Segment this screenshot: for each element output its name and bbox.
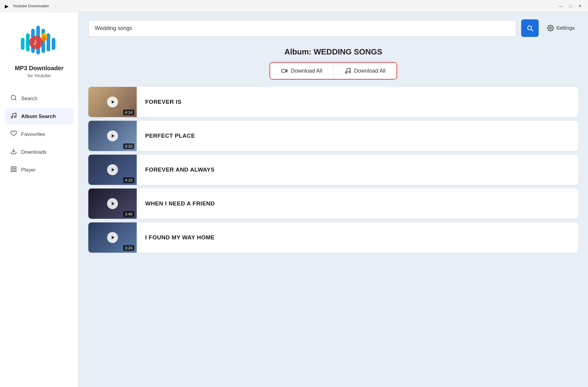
search-btn-icon bbox=[526, 24, 534, 32]
download-all-video-button[interactable]: Download All bbox=[270, 63, 333, 79]
play-icon-1 bbox=[111, 100, 116, 104]
svg-marker-25 bbox=[112, 100, 114, 104]
svg-rect-19 bbox=[11, 170, 13, 172]
duration-badge-4: 3:46 bbox=[123, 211, 134, 217]
duration-badge-1: 4:14 bbox=[123, 110, 134, 115]
app-icon: ▶ bbox=[5, 3, 10, 9]
search-bar-area: Settings bbox=[79, 12, 588, 43]
nav-menu: Search Album Search Favourites Downloads bbox=[0, 90, 78, 178]
sidebar-item-downloads-label: Downloads bbox=[21, 149, 47, 155]
play-icon-2 bbox=[111, 133, 116, 138]
play-icon-3 bbox=[111, 167, 116, 172]
search-input-wrap bbox=[88, 20, 516, 37]
svg-rect-6 bbox=[52, 38, 55, 50]
song-item-3: 4:10 FOREVER AND ALWAYS bbox=[88, 155, 578, 185]
song-thumbnail-3: 4:10 bbox=[88, 155, 137, 185]
main-content: Settings Album: WEDDING SONGS Download A… bbox=[79, 12, 588, 387]
svg-marker-29 bbox=[112, 236, 114, 239]
svg-rect-17 bbox=[14, 167, 16, 169]
svg-point-24 bbox=[348, 71, 350, 73]
video-icon bbox=[281, 67, 288, 74]
svg-line-12 bbox=[15, 99, 16, 100]
song-thumbnail-2: 3:10 bbox=[88, 121, 137, 151]
download-all-audio-label: Download All bbox=[354, 68, 386, 74]
search-icon bbox=[10, 94, 17, 103]
music-note-icon bbox=[10, 112, 17, 120]
song-thumbnail-1: 4:14 bbox=[88, 87, 137, 117]
song-title-5: I FOUND MY WAY HOME bbox=[137, 234, 578, 241]
logo-container: ♪ MP3 Downloader for Youtube bbox=[15, 21, 64, 78]
sidebar-item-favourites[interactable]: Favourites bbox=[5, 126, 74, 143]
results-area: Album: WEDDING SONGS Download All Downlo… bbox=[79, 43, 588, 387]
play-button-5[interactable] bbox=[107, 232, 118, 243]
sidebar: ♪ MP3 Downloader for Youtube Search Albu… bbox=[0, 12, 79, 387]
svg-point-10 bbox=[42, 36, 46, 41]
song-item-5: 3:24 I FOUND MY WAY HOME bbox=[88, 222, 578, 253]
titlebar-title: Youtube Downloader bbox=[13, 4, 49, 8]
duration-badge-2: 3:10 bbox=[123, 143, 134, 149]
sidebar-item-album-search[interactable]: Album Search bbox=[5, 108, 74, 125]
titlebar-left: ▶ Youtube Downloader bbox=[5, 3, 49, 9]
song-item-2: 3:10 PERFECT PLACE bbox=[88, 121, 578, 151]
settings-label: Settings bbox=[556, 25, 575, 31]
titlebar-controls: — □ ✕ bbox=[558, 3, 583, 9]
svg-rect-16 bbox=[11, 167, 13, 169]
sidebar-item-downloads[interactable]: Downloads bbox=[5, 144, 74, 160]
download-all-video-label: Download All bbox=[291, 68, 322, 74]
search-input[interactable] bbox=[88, 20, 516, 37]
play-button-3[interactable] bbox=[107, 164, 118, 175]
song-title-4: WHEN I NEED A FRIEND bbox=[137, 200, 578, 207]
svg-marker-28 bbox=[112, 202, 114, 205]
duration-badge-3: 4:10 bbox=[123, 177, 134, 183]
svg-rect-18 bbox=[14, 170, 16, 172]
sidebar-item-player-label: Player bbox=[21, 167, 36, 173]
song-thumbnail-4: 3:46 bbox=[88, 189, 137, 219]
download-all-audio-button[interactable]: Download All bbox=[333, 63, 397, 79]
song-list: 4:14 FOREVER IS 3:10 PERFECT PLACE bbox=[88, 87, 578, 253]
svg-text:♪: ♪ bbox=[33, 37, 37, 47]
app-logo: ♪ bbox=[19, 21, 59, 61]
close-button[interactable]: ✕ bbox=[577, 3, 583, 9]
app-subtitle: for Youtube bbox=[28, 73, 51, 78]
search-button[interactable] bbox=[521, 19, 539, 37]
svg-point-23 bbox=[345, 72, 347, 74]
download-all-box: Download All Download All bbox=[270, 62, 397, 80]
play-icon-5 bbox=[111, 235, 116, 240]
download-icon bbox=[10, 148, 17, 156]
play-button-1[interactable] bbox=[107, 97, 118, 107]
play-button-2[interactable] bbox=[107, 130, 118, 141]
song-title-3: FOREVER AND ALWAYS bbox=[137, 166, 578, 173]
album-title: Album: WEDDING SONGS bbox=[88, 47, 578, 57]
svg-point-20 bbox=[550, 27, 551, 29]
sidebar-item-search-label: Search bbox=[21, 96, 38, 102]
svg-point-13 bbox=[11, 116, 13, 118]
music-icon bbox=[345, 67, 351, 74]
maximize-button[interactable]: □ bbox=[567, 3, 573, 9]
duration-badge-5: 3:24 bbox=[123, 245, 134, 251]
song-item-1: 4:14 FOREVER IS bbox=[88, 87, 578, 117]
download-all-wrap: Download All Download All bbox=[88, 62, 578, 80]
gear-icon bbox=[547, 25, 554, 31]
titlebar: ▶ Youtube Downloader — □ ✕ bbox=[0, 0, 588, 12]
app-name: MP3 Downloader bbox=[15, 65, 64, 72]
svg-rect-1 bbox=[26, 33, 30, 51]
grid-icon bbox=[10, 166, 17, 174]
minimize-button[interactable]: — bbox=[558, 3, 564, 9]
sidebar-item-search[interactable]: Search bbox=[5, 90, 74, 107]
heart-icon bbox=[10, 130, 17, 138]
play-icon-4 bbox=[111, 201, 116, 206]
svg-rect-0 bbox=[21, 38, 24, 50]
settings-button[interactable]: Settings bbox=[544, 22, 578, 34]
song-item-4: 3:46 WHEN I NEED A FRIEND bbox=[88, 189, 578, 219]
svg-rect-5 bbox=[47, 33, 50, 51]
svg-point-14 bbox=[15, 116, 16, 118]
sidebar-item-player[interactable]: Player bbox=[5, 162, 74, 178]
svg-marker-27 bbox=[112, 168, 114, 172]
sidebar-item-album-label: Album Search bbox=[21, 113, 56, 120]
app-body: ♪ MP3 Downloader for Youtube Search Albu… bbox=[0, 12, 588, 387]
svg-marker-26 bbox=[112, 134, 114, 138]
play-button-4[interactable] bbox=[107, 198, 118, 209]
song-thumbnail-5: 3:24 bbox=[88, 222, 137, 253]
song-title-1: FOREVER IS bbox=[137, 99, 578, 105]
song-title-2: PERFECT PLACE bbox=[137, 133, 578, 139]
